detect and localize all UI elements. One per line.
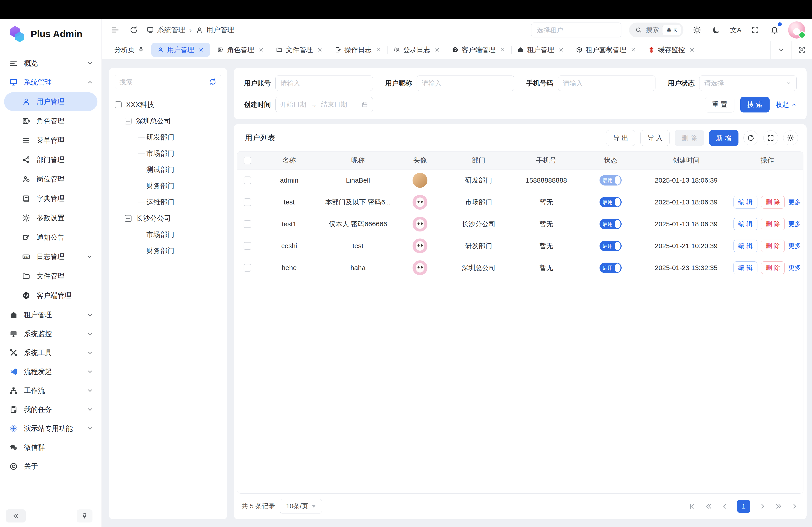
delete-button[interactable]: 删 除 <box>761 240 785 252</box>
created-date-range[interactable]: 开始日期 → 结束日期 <box>275 97 373 112</box>
sidebar-item-dept-management[interactable]: 部门管理 <box>4 150 98 169</box>
row-checkbox[interactable] <box>244 177 251 184</box>
tree-search-input[interactable] <box>115 75 204 89</box>
tabs-dropdown-button[interactable] <box>770 41 791 59</box>
sidebar-item-my-tasks[interactable]: 我的任务 <box>4 400 98 419</box>
tab-role-management[interactable]: 角色管理 <box>211 41 270 59</box>
sidebar-item-system-monitor[interactable]: 系统监控 <box>4 325 98 343</box>
settings-gear-button[interactable] <box>691 24 703 36</box>
tenant-select-input[interactable] <box>531 22 621 37</box>
sidebar-item-user-management[interactable]: 用户管理 <box>4 92 98 111</box>
prev-page-button[interactable] <box>721 502 728 510</box>
close-icon[interactable] <box>630 47 636 53</box>
sidebar-item-param-settings[interactable]: 参数设置 <box>4 209 98 227</box>
delete-button[interactable]: 删 除 <box>761 196 785 209</box>
sidebar-item-post-management[interactable]: 岗位管理 <box>4 170 98 189</box>
row-checkbox[interactable] <box>244 264 251 272</box>
export-button[interactable]: 导 出 <box>606 130 635 146</box>
collapse-box-icon[interactable] <box>125 118 131 124</box>
account-input[interactable] <box>275 76 373 91</box>
table-refresh-button[interactable] <box>743 131 758 146</box>
status-toggle[interactable]: 启用 <box>599 219 622 229</box>
sidebar-item-flow-start[interactable]: 流程发起 <box>4 362 98 381</box>
search-button[interactable]: 搜 索 <box>740 97 770 112</box>
row-checkbox[interactable] <box>244 220 251 228</box>
status-toggle[interactable]: 启用 <box>599 262 622 273</box>
tree-node-root[interactable]: XXX科技 <box>115 97 221 113</box>
sidebar-item-workflow[interactable]: 工作流 <box>4 381 98 400</box>
edit-button[interactable]: 编 辑 <box>734 240 757 252</box>
table-fullscreen-button[interactable] <box>763 131 778 146</box>
edit-button[interactable]: 编 辑 <box>734 261 757 274</box>
tree-node-leaf[interactable]: 测试部门 <box>146 162 221 178</box>
close-icon[interactable] <box>689 47 695 53</box>
page-size-select[interactable]: 10条/页 <box>280 499 322 513</box>
close-icon[interactable] <box>499 47 506 53</box>
sidebar-item-log-management[interactable]: DEV 日志管理 <box>4 247 98 266</box>
user-avatar[interactable] <box>788 21 805 39</box>
tree-node-leaf[interactable]: 市场部门 <box>146 146 221 162</box>
fullscreen-button[interactable] <box>749 24 761 36</box>
tab-client-management[interactable]: 客户端管理 <box>446 41 511 59</box>
sidebar-item-system-management[interactable]: 系统管理 <box>4 73 98 92</box>
more-link[interactable]: 更多 <box>788 198 801 207</box>
row-checkbox[interactable] <box>244 198 251 206</box>
import-button[interactable]: 导 入 <box>640 130 670 146</box>
phone-input[interactable] <box>558 76 655 91</box>
tree-refresh-button[interactable] <box>204 75 221 89</box>
sidebar-item-notice[interactable]: 通知公告 <box>4 228 98 247</box>
tab-cache-monitor[interactable]: 缓存监控 <box>642 41 701 59</box>
sidebar-pin-button[interactable] <box>77 509 92 523</box>
delete-button[interactable]: 删 除 <box>761 218 785 230</box>
back-10-pages-button[interactable] <box>705 502 712 510</box>
sidebar-item-tenant-management[interactable]: 租户管理 <box>4 305 98 325</box>
column-settings-button[interactable] <box>783 131 798 146</box>
notifications-bell-button[interactable] <box>769 24 780 36</box>
tree-node-leaf[interactable]: 财务部门 <box>146 243 221 259</box>
forward-10-pages-button[interactable] <box>775 502 783 510</box>
language-translate-button[interactable]: 文A <box>730 24 742 36</box>
global-search[interactable]: 搜索 ⌘ K <box>629 22 683 37</box>
sidebar-collapse-button[interactable] <box>6 509 26 523</box>
collapse-filter-link[interactable]: 收起 <box>775 100 797 109</box>
next-page-button[interactable] <box>759 502 766 510</box>
tree-node-leaf[interactable]: 运维部门 <box>146 194 221 210</box>
edit-button[interactable]: 编 辑 <box>734 196 757 209</box>
close-icon[interactable] <box>258 47 264 53</box>
collapse-box-icon[interactable] <box>125 215 131 222</box>
tree-node-branch[interactable]: 深圳总公司 <box>125 113 221 129</box>
nickname-input[interactable] <box>417 76 514 91</box>
more-link[interactable]: 更多 <box>788 264 801 272</box>
tree-node-branch[interactable]: 长沙分公司 <box>125 210 221 227</box>
last-page-button[interactable] <box>791 502 799 510</box>
refresh-page-button[interactable] <box>128 24 140 36</box>
tab-tenant-management[interactable]: 租户管理 <box>511 41 570 59</box>
add-button[interactable]: 新 增 <box>709 130 738 146</box>
status-select[interactable]: 请选择 <box>699 76 797 91</box>
close-icon[interactable] <box>434 47 440 53</box>
tab-file-management[interactable]: 文件管理 <box>270 41 329 59</box>
tab-analysis[interactable]: 分析页 <box>108 41 150 59</box>
sidebar-item-about[interactable]: 关于 <box>4 457 98 476</box>
select-all-checkbox[interactable] <box>244 157 251 164</box>
current-page[interactable]: 1 <box>737 500 750 513</box>
sidebar-item-role-management[interactable]: 角色管理 <box>4 111 98 131</box>
tab-login-log[interactable]: 登录日志 <box>387 41 446 59</box>
sidebar-item-overview[interactable]: 概览 <box>4 54 98 73</box>
tree-node-leaf[interactable]: 财务部门 <box>146 178 221 194</box>
row-checkbox[interactable] <box>244 242 251 250</box>
close-icon[interactable] <box>317 47 323 53</box>
reset-button[interactable]: 重 置 <box>705 97 734 112</box>
collapse-box-icon[interactable] <box>115 102 121 108</box>
content-fullscreen-button[interactable] <box>791 41 812 59</box>
status-toggle[interactable]: 启用 <box>599 175 622 185</box>
status-toggle[interactable]: 启用 <box>599 241 622 251</box>
tab-operation-log[interactable]: 操作日志 <box>329 41 387 59</box>
sidebar-item-file-management[interactable]: 文件管理 <box>4 267 98 286</box>
sidebar-item-dict-management[interactable]: 字典管理 <box>4 189 98 208</box>
edit-button[interactable]: 编 辑 <box>734 218 757 230</box>
more-link[interactable]: 更多 <box>788 242 801 250</box>
batch-delete-button[interactable]: 删 除 <box>675 130 704 146</box>
delete-button[interactable]: 删 除 <box>761 261 785 274</box>
more-link[interactable]: 更多 <box>788 220 801 228</box>
